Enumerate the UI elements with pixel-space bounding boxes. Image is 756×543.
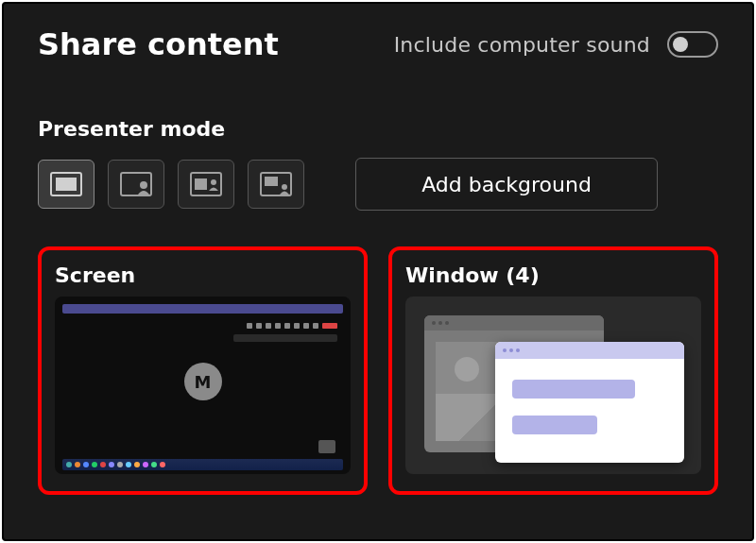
include-sound-row: Include computer sound bbox=[394, 31, 718, 58]
presenter-mode-label: Presenter mode bbox=[38, 117, 718, 141]
presenter-modes-row: Add background bbox=[38, 158, 718, 211]
reporter-icon bbox=[260, 172, 292, 196]
svg-rect-5 bbox=[195, 178, 207, 190]
presenter-mode-standout[interactable] bbox=[108, 160, 164, 209]
screen-thumbnail: M bbox=[55, 297, 351, 474]
window-front-line bbox=[512, 380, 635, 399]
toggle-knob bbox=[673, 37, 688, 52]
share-content-panel: Share content Include computer sound Pre… bbox=[2, 2, 754, 541]
screen-thumb-titlebar bbox=[62, 304, 343, 314]
svg-point-3 bbox=[140, 181, 147, 189]
include-sound-toggle[interactable] bbox=[667, 31, 718, 58]
screen-thumb-avatar: M bbox=[184, 363, 222, 400]
window-back-titlebar bbox=[424, 315, 604, 331]
svg-rect-8 bbox=[265, 177, 278, 186]
window-thumb-front bbox=[495, 342, 684, 463]
svg-rect-1 bbox=[56, 178, 77, 191]
screen-thumb-substrip bbox=[233, 334, 337, 342]
standout-icon bbox=[120, 172, 152, 196]
panel-title: Share content bbox=[38, 26, 279, 62]
presenter-mode-side-by-side[interactable] bbox=[178, 160, 234, 209]
svg-point-6 bbox=[211, 179, 216, 185]
content-only-icon bbox=[50, 172, 82, 196]
window-front-line bbox=[512, 416, 597, 434]
screen-thumb-participant-icon bbox=[318, 440, 335, 453]
screen-card-title: Screen bbox=[55, 263, 351, 287]
header-row: Share content Include computer sound bbox=[38, 26, 718, 62]
include-sound-label: Include computer sound bbox=[394, 33, 650, 57]
svg-point-9 bbox=[282, 184, 287, 190]
share-source-window[interactable]: Window (4) bbox=[388, 246, 718, 495]
side-by-side-icon bbox=[190, 172, 222, 196]
share-sources-row: Screen M Window (4) bbox=[38, 246, 718, 495]
presenter-mode-reporter[interactable] bbox=[248, 160, 304, 209]
screen-thumb-taskbar bbox=[62, 459, 343, 470]
share-source-screen[interactable]: Screen M bbox=[38, 246, 368, 495]
presenter-mode-content-only[interactable] bbox=[38, 160, 94, 209]
window-front-titlebar bbox=[495, 342, 684, 359]
window-thumbnail bbox=[405, 297, 701, 474]
add-background-button[interactable]: Add background bbox=[355, 158, 658, 211]
window-card-title: Window (4) bbox=[405, 263, 701, 287]
screen-thumb-toolbar bbox=[167, 323, 337, 329]
